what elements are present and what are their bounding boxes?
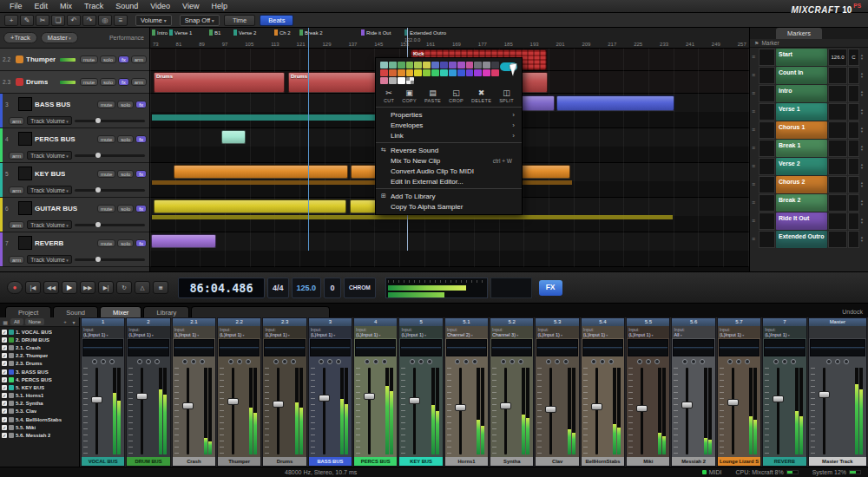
color-swatch[interactable] <box>389 62 397 69</box>
strip-number[interactable]: 2.2 <box>218 318 260 326</box>
audio-clip[interactable] <box>221 130 246 144</box>
marker-row[interactable]: Ride It Out <box>752 212 866 230</box>
knob[interactable] <box>291 359 296 364</box>
fader-track[interactable] <box>323 368 326 454</box>
strip-name[interactable]: Lounge Lizard S <box>718 457 760 466</box>
stepper-arrows-icon[interactable] <box>860 121 866 139</box>
strip-number[interactable]: 5.5 <box>627 318 669 326</box>
color-swatch[interactable] <box>440 62 448 69</box>
marker-flag[interactable]: Verse 2 <box>233 29 256 36</box>
marker-row[interactable]: Break 2 <box>752 194 866 212</box>
input-selector[interactable]: Input: (L)Input 1) <box>127 326 169 338</box>
eq-display[interactable] <box>355 339 396 356</box>
visibility-checkbox[interactable] <box>2 337 7 343</box>
add-icon[interactable] <box>62 319 69 324</box>
context-menu-item[interactable]: Link › <box>376 130 522 140</box>
fx-button[interactable]: fx <box>118 56 129 63</box>
mixer-track-list-item[interactable]: 2.3. Drums <box>0 360 79 368</box>
volume-slider[interactable] <box>75 258 145 261</box>
fader-track[interactable] <box>95 368 98 454</box>
knob[interactable] <box>518 359 523 364</box>
input-selector[interactable]: Input: (L)Input 1) <box>354 326 397 338</box>
knob[interactable] <box>109 359 115 364</box>
input-selector[interactable]: Input: (L)Input 1) <box>536 326 578 338</box>
strip-name[interactable]: Miki <box>627 457 669 466</box>
solo-button[interactable]: solo <box>100 78 116 86</box>
marker-key-box[interactable] <box>848 212 859 230</box>
knob[interactable] <box>608 359 614 364</box>
color-swatch[interactable] <box>431 62 439 69</box>
knob[interactable] <box>155 359 160 364</box>
fader-handle[interactable] <box>500 402 511 409</box>
fader-track[interactable] <box>413 368 416 454</box>
menu-item[interactable]: View <box>176 0 205 13</box>
stepper-arrows-icon[interactable] <box>860 49 866 66</box>
color-swatch[interactable] <box>380 62 388 69</box>
marker-name[interactable]: Chorus 2 <box>776 176 827 193</box>
transport-button[interactable]: ▶ <box>62 281 77 294</box>
color-swatch[interactable] <box>398 77 405 84</box>
knob[interactable] <box>791 359 796 364</box>
fader-track[interactable] <box>232 368 234 454</box>
arm-button[interactable]: arm <box>9 117 24 125</box>
knob-row[interactable] <box>763 357 806 365</box>
knob-row[interactable] <box>218 357 260 365</box>
menu-item[interactable]: Sound <box>109 0 144 13</box>
knob-row[interactable] <box>127 357 169 365</box>
visibility-checkbox[interactable] <box>2 377 7 382</box>
stepper-arrows-icon[interactable] <box>860 85 866 102</box>
strip-name[interactable]: Messiah 2 <box>672 457 714 466</box>
eq-display[interactable] <box>491 339 532 356</box>
transport-button[interactable]: ● <box>7 281 23 294</box>
knob[interactable] <box>273 359 279 364</box>
color-swatch[interactable] <box>414 62 422 69</box>
solo-button[interactable]: solo <box>100 56 116 63</box>
knob[interactable] <box>546 359 551 364</box>
track-color-chip[interactable] <box>16 56 23 63</box>
transport-button[interactable]: △ <box>135 281 150 294</box>
marker-bpm-box[interactable] <box>828 140 847 157</box>
automation-param-select[interactable]: Track Volume <box>27 220 71 229</box>
menu-item[interactable]: Mix <box>54 0 78 13</box>
knob[interactable] <box>182 359 187 364</box>
fx-button[interactable]: fx <box>135 101 147 108</box>
key-offset[interactable]: 0 <box>324 278 341 298</box>
knob[interactable] <box>654 359 660 364</box>
context-menu-item[interactable]: Properties › <box>376 109 522 120</box>
knob[interactable] <box>464 359 469 364</box>
color-swatch[interactable] <box>406 69 414 76</box>
knob[interactable] <box>282 359 287 364</box>
automation-param-dropdown[interactable]: Volume <box>135 15 172 26</box>
marker-position-box[interactable] <box>759 103 775 121</box>
strip-number[interactable]: 1 <box>82 318 124 326</box>
panel-tab[interactable]: Mixer <box>100 306 141 317</box>
eq-display[interactable] <box>400 339 441 356</box>
drag-handle-icon[interactable] <box>752 103 758 121</box>
input-selector[interactable]: Input: (L)Input 1) <box>218 326 260 338</box>
fader-handle[interactable] <box>636 405 648 412</box>
knob[interactable] <box>745 359 750 364</box>
marker-row[interactable]: Verse 1 <box>752 103 866 121</box>
transport-button[interactable]: |◀ <box>25 281 41 294</box>
filter-none-button[interactable]: None <box>25 318 44 325</box>
visibility-checkbox[interactable] <box>2 393 7 398</box>
input-selector[interactable]: Input: Channel 2) <box>445 326 488 338</box>
slider-handle[interactable] <box>95 118 101 123</box>
mute-button[interactable]: mute <box>97 170 115 178</box>
drag-handle-icon[interactable] <box>752 212 758 230</box>
color-swatch[interactable] <box>398 69 405 76</box>
strip-number[interactable]: 5.1 <box>445 318 488 326</box>
bus-track-row[interactable]: 5 KEY BUS mute solo fx arm Track Volume <box>0 163 149 198</box>
color-swatch[interactable] <box>491 62 499 69</box>
mixer-track-list-item[interactable]: 5. KEY BUS <box>0 383 79 391</box>
track-name[interactable]: BASS BUS <box>35 101 70 108</box>
color-swatch[interactable] <box>380 77 388 84</box>
transport-button[interactable]: ◀◀ <box>43 281 59 294</box>
knob[interactable] <box>382 359 387 364</box>
knob[interactable] <box>365 359 370 364</box>
no-color-swatch[interactable] <box>406 77 414 84</box>
arm-button[interactable]: arm <box>131 56 147 63</box>
transport-button[interactable]: ▶| <box>98 281 114 294</box>
knob[interactable] <box>727 359 733 364</box>
track-color-chip[interactable] <box>16 78 23 86</box>
